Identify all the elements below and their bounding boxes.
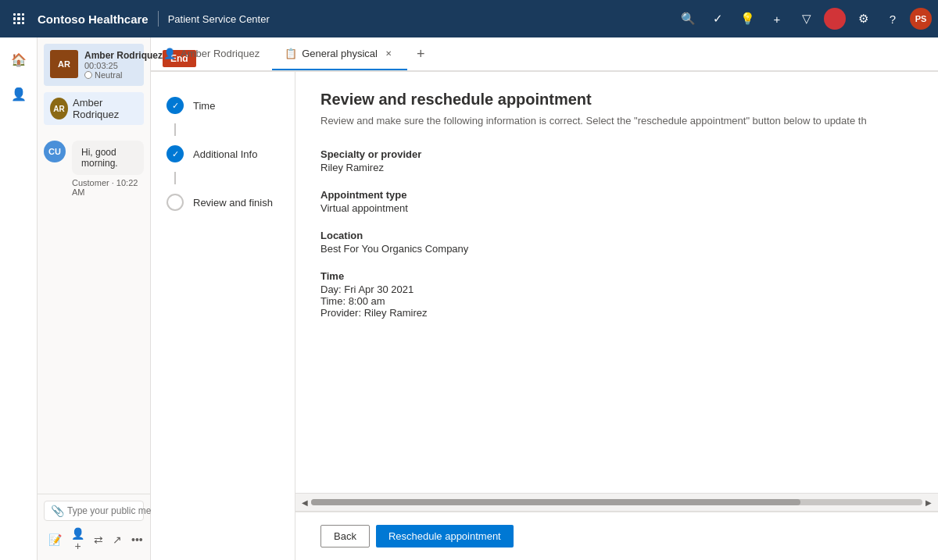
grid-menu-button[interactable] [6, 6, 31, 31]
time-value-provider: Provider: Riley Ramirez [320, 307, 913, 319]
contact-top-row: Amber Rodriquez 00:03:25 Neutral End [84, 50, 138, 80]
step-sidebar: ✓ Time ✓ Additional Info Review and fini… [151, 72, 295, 560]
sidebar: 🏠 👤 [0, 37, 38, 560]
step-additional-info[interactable]: ✓ Additional Info [151, 136, 295, 172]
reschedule-button[interactable]: Reschedule appointment [376, 525, 514, 548]
time-label: Time [320, 270, 913, 282]
transfer-button[interactable]: ↗ [111, 532, 124, 548]
action-bar: Back Reschedule appointment [295, 512, 938, 560]
merge-button[interactable]: ⇄ [92, 532, 105, 548]
step-circle-time: ✓ [166, 97, 184, 114]
app-subtitle: Patient Service Center [168, 13, 270, 25]
step-line-2 [174, 172, 176, 184]
appt-type-label: Appointment type [320, 189, 913, 201]
contact-avatar-image: AR [50, 50, 78, 78]
chat-input-area: 📎 ➤ 📝 👤+ ⇄ ↗ ••• Public Internal [38, 494, 150, 560]
scroll-right-arrow[interactable]: ▶ [922, 497, 935, 508]
help-button[interactable]: ? [880, 6, 905, 31]
review-title: Review and reschedule appointment [320, 91, 913, 109]
active-contact-name: Amber Rodriquez [73, 97, 138, 120]
nav-right: 🔍 ✓ 💡 + ▽ ⚙ ? PS [675, 6, 932, 31]
contact-status-label: Neutral [95, 70, 122, 80]
appt-type-value: Virtual appointment [320, 202, 913, 214]
tab-amber-rodriquez[interactable]: 👤 Amber Rodriquez [151, 37, 272, 70]
grid-icon [13, 13, 24, 24]
chat-input-row: 📎 ➤ [44, 501, 144, 521]
top-nav: Contoso Healthcare Patient Service Cente… [0, 0, 938, 37]
location-label: Location [320, 230, 913, 241]
check-button[interactable]: ✓ [705, 6, 730, 31]
app-logo: Contoso Healthcare [38, 12, 149, 26]
main-layout: 🏠 👤 AR Amber Rodriquez 00:03:25 [0, 37, 938, 560]
content-area: 👤 Amber Rodriquez 📋 General physical ✕ +… [151, 37, 938, 560]
content-right: Review and reschedule appointment Review… [295, 72, 938, 560]
tab-bar: 👤 Amber Rodriquez 📋 General physical ✕ + [151, 37, 938, 72]
contact-card-area: AR Amber Rodriquez 00:03:25 Neutral End [38, 37, 150, 86]
step-label-review: Review and finish [193, 197, 273, 209]
info-section-appt-type: Appointment type Virtual appointment [320, 189, 913, 214]
tab-label-1: General physical [302, 48, 378, 59]
chat-sender: Customer · 10:22 AM [72, 178, 144, 197]
time-value-time: Time: 8:00 am [320, 295, 913, 307]
horizontal-scrollbar[interactable]: ◀ ▶ [295, 493, 938, 512]
chat-text: Hi, good morning. [81, 147, 118, 169]
review-area: Review and reschedule appointment Review… [295, 72, 938, 493]
specialty-value: Riley Ramirez [320, 162, 913, 173]
chat-messages: CU Hi, good morning. Customer · 10:22 AM [38, 128, 150, 494]
content-body: ✓ Time ✓ Additional Info Review and fini… [151, 72, 938, 560]
sidebar-item-user[interactable]: 👤 [3, 78, 34, 109]
scroll-left-arrow[interactable]: ◀ [299, 497, 311, 508]
filter-button[interactable]: ▽ [794, 6, 819, 31]
chat-message-content: Hi, good morning. Customer · 10:22 AM [72, 141, 144, 197]
contact-status: Neutral [84, 70, 163, 80]
tab-close-button[interactable]: ✕ [382, 47, 395, 59]
customer-avatar: CU [44, 141, 66, 162]
contact-info: Amber Rodriquez 00:03:25 Neutral End [84, 50, 138, 80]
settings-button[interactable]: ⚙ [850, 6, 875, 31]
specialty-label: Specialty or provider [320, 148, 913, 160]
contact-item[interactable]: AR Amber Rodriquez 00:03:25 Neutral End [44, 44, 144, 86]
add-button[interactable]: + [764, 6, 789, 31]
sidebar-item-home[interactable]: 🏠 [3, 44, 34, 75]
step-circle-info: ✓ [166, 145, 184, 162]
contacts-panel: AR Amber Rodriquez 00:03:25 Neutral End [38, 37, 151, 560]
step-review[interactable]: Review and finish [151, 184, 295, 220]
scroll-thumb [311, 499, 800, 505]
step-label-info: Additional Info [193, 148, 257, 160]
tab-calendar-icon: 📋 [285, 48, 297, 59]
tab-general-physical[interactable]: 📋 General physical ✕ [272, 37, 407, 70]
info-section-time: Time Day: Fri Apr 30 2021 Time: 8:00 am … [320, 270, 913, 319]
note-button[interactable]: 📝 [47, 532, 63, 548]
attach-button[interactable]: 📎 [51, 505, 64, 517]
back-button[interactable]: Back [320, 525, 370, 548]
review-subtitle: Review and make sure the following infor… [320, 115, 913, 127]
tab-add-button[interactable]: + [407, 37, 435, 70]
step-label-time: Time [193, 100, 215, 112]
chat-toolbar: 📝 👤+ ⇄ ↗ ••• Public Internal [44, 521, 144, 554]
step-time[interactable]: ✓ Time [151, 87, 295, 123]
active-contact-section: AR Amber Rodriquez [38, 86, 150, 128]
tab-label-0: Amber Rodriquez [181, 48, 260, 59]
info-section-specialty: Specialty or provider Riley Ramirez [320, 148, 913, 173]
status-circle-icon [84, 71, 92, 79]
more-button[interactable]: ••• [130, 532, 145, 548]
tab-user-icon: 👤 [163, 48, 176, 59]
time-value-day: Day: Fri Apr 30 2021 [320, 284, 913, 295]
info-section-location: Location Best For You Organics Company [320, 230, 913, 255]
person-plus-button[interactable]: 👤+ [70, 526, 86, 554]
active-contact-item[interactable]: AR Amber Rodriquez [44, 92, 144, 125]
nav-divider [158, 11, 159, 27]
active-contact-avatar: AR [50, 98, 68, 119]
app-name: Contoso Healthcare [38, 12, 149, 26]
step-circle-review [166, 194, 184, 211]
search-button[interactable]: 🔍 [675, 6, 700, 31]
location-value: Best For You Organics Company [320, 243, 913, 255]
avatar-initials: PS [915, 14, 927, 23]
step-line-1 [174, 123, 176, 136]
lightbulb-button[interactable]: 💡 [735, 6, 760, 31]
scroll-track[interactable] [311, 499, 922, 505]
notification-dot[interactable] [824, 8, 846, 30]
chat-message-row: CU Hi, good morning. Customer · 10:22 AM [44, 141, 144, 197]
chat-bubble: Hi, good morning. [72, 141, 144, 175]
user-avatar[interactable]: PS [910, 8, 932, 30]
